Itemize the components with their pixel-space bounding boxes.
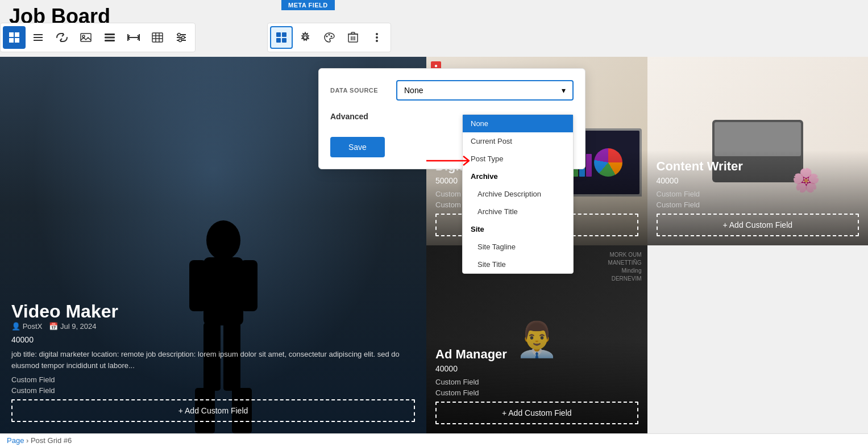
svg-point-25 (179, 39, 182, 42)
meta-field-badge: META FIELD (281, 0, 335, 10)
svg-point-42 (376, 40, 378, 42)
svg-rect-27 (282, 32, 286, 37)
content-writer-overlay: Content Writer 40000 Custom Field Custom… (647, 150, 869, 245)
svg-rect-29 (282, 38, 286, 43)
toolbar-group2 (267, 23, 391, 52)
svg-rect-26 (276, 32, 281, 37)
breadcrumb: Page › Post Grid #6 (0, 433, 868, 447)
dropdown-option-archive-description[interactable]: Archive Description (463, 185, 573, 203)
breadcrumb-current: Post Grid #6 (31, 436, 72, 445)
svg-rect-11 (105, 40, 115, 41)
svg-rect-36 (351, 32, 355, 34)
palette-button[interactable] (318, 26, 340, 49)
dropdown-option-archive-title[interactable]: Archive Title (463, 203, 573, 220)
data-source-label: DATA SOURCE (330, 87, 387, 94)
svg-point-24 (182, 36, 185, 39)
video-maker-custom2: Custom Field (11, 386, 415, 395)
data-source-dropdown: None Current Post Post Type Archive Arch… (462, 114, 574, 274)
data-source-select-box[interactable]: None ▾ (396, 80, 574, 101)
video-maker-add-field[interactable]: + Add Custom Field (11, 399, 415, 422)
svg-point-32 (329, 34, 330, 36)
svg-rect-2 (9, 38, 14, 43)
breadcrumb-separator: › (26, 436, 31, 445)
data-source-row: DATA SOURCE None ▾ None Current Post Pos… (330, 80, 574, 101)
svg-rect-0 (9, 32, 14, 37)
image-button[interactable] (74, 26, 97, 49)
more-options-button[interactable] (366, 26, 388, 49)
video-maker-overlay: Video Maker 👤 PostX 📅 Jul 9, 2024 40000 … (0, 290, 426, 433)
svg-point-31 (326, 36, 328, 37)
ad-manager-overlay: Ad Manager 40000 Custom Field Custom Fie… (426, 338, 647, 433)
width-button[interactable] (122, 26, 145, 49)
meta-grid-button[interactable] (270, 26, 293, 49)
svg-rect-7 (81, 34, 91, 41)
video-maker-title: Video Maker (11, 301, 415, 322)
svg-rect-15 (152, 33, 163, 42)
svg-rect-28 (276, 38, 281, 43)
svg-rect-4 (34, 34, 43, 35)
svg-rect-3 (15, 38, 19, 43)
svg-rect-1 (15, 32, 19, 37)
svg-point-43 (206, 220, 240, 260)
content-writer-add-field[interactable]: + Add Custom Field (657, 214, 859, 236)
dropdown-option-none[interactable]: None (463, 115, 573, 132)
grid-view-button[interactable] (3, 26, 26, 49)
dropdown-option-current-post[interactable]: Current Post (463, 132, 573, 150)
content-writer-custom2: Custom Field (657, 200, 859, 209)
chevron-down-icon: ▾ (562, 86, 566, 95)
svg-rect-10 (105, 37, 115, 39)
sliders-button[interactable] (170, 26, 193, 49)
breadcrumb-page[interactable]: Page (7, 436, 24, 445)
svg-rect-6 (34, 40, 43, 41)
svg-point-23 (178, 34, 181, 36)
table-button[interactable] (146, 26, 169, 49)
svg-rect-9 (105, 34, 115, 35)
svg-point-41 (376, 36, 378, 39)
dropdown-option-site-tagline[interactable]: Site Tagline (463, 238, 573, 256)
ad-manager-custom1: Custom Field (435, 378, 638, 386)
content-writer-custom1: Custom Field (657, 190, 859, 198)
dropdown-group-archive: Archive (463, 168, 573, 185)
panel-save-button[interactable]: Save (330, 137, 385, 157)
ad-manager-add-field[interactable]: + Add Custom Field (435, 402, 638, 424)
svg-point-33 (331, 36, 333, 37)
video-maker-custom1: Custom Field (11, 375, 415, 384)
ad-manager-custom2: Custom Field (435, 388, 638, 397)
dropdown-group-site: Site (463, 220, 573, 238)
svg-rect-5 (34, 37, 43, 38)
loop-button[interactable] (51, 26, 73, 49)
svg-point-40 (376, 33, 378, 35)
data-source-value: None (404, 86, 423, 95)
list-view-button[interactable] (27, 26, 49, 49)
settings-button[interactable] (294, 26, 317, 49)
toolbar-group1 (0, 23, 196, 52)
align-button[interactable] (98, 26, 121, 49)
card-content-writer: 🌸 Content Writer 40000 Custom Field Cust… (647, 57, 869, 245)
trash-button[interactable] (342, 26, 364, 49)
dropdown-option-post-type[interactable]: Post Type (463, 150, 573, 168)
content-writer-title: Content Writer (657, 159, 859, 174)
data-source-select[interactable]: None ▾ None Current Post Post Type Archi… (396, 80, 574, 101)
ad-manager-salary: 40000 (435, 364, 638, 373)
content-writer-salary: 40000 (657, 176, 859, 185)
video-maker-description: job title: digital marketer location: re… (11, 349, 415, 371)
ad-manager-title: Ad Manager (435, 347, 638, 362)
meta-field-panel: DATA SOURCE None ▾ None Current Post Pos… (318, 68, 585, 169)
video-maker-meta: 👤 PostX 📅 Jul 9, 2024 (11, 322, 415, 331)
dropdown-option-site-title[interactable]: Site Title (463, 256, 573, 273)
video-maker-salary: 40000 (11, 335, 415, 344)
